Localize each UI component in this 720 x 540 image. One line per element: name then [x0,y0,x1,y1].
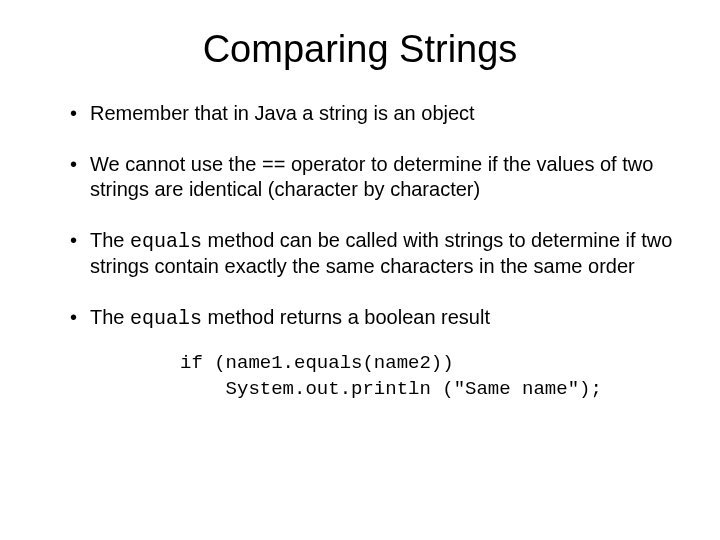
code-example: if (name1.equals(name2)) System.out.prin… [180,351,680,402]
bullet-item: The equals method returns a boolean resu… [70,305,680,331]
slide-title: Comparing Strings [40,28,680,71]
bullet-item: We cannot use the == operator to determi… [70,152,680,202]
bullet-list: Remember that in Java a string is an obj… [40,101,680,331]
bullet-item: Remember that in Java a string is an obj… [70,101,680,126]
inline-code: equals [130,230,202,253]
bullet-item: The equals method can be called with str… [70,228,680,279]
text: method returns a boolean result [202,306,490,328]
inline-code: equals [130,307,202,330]
text: The [90,229,130,251]
text: The [90,306,130,328]
